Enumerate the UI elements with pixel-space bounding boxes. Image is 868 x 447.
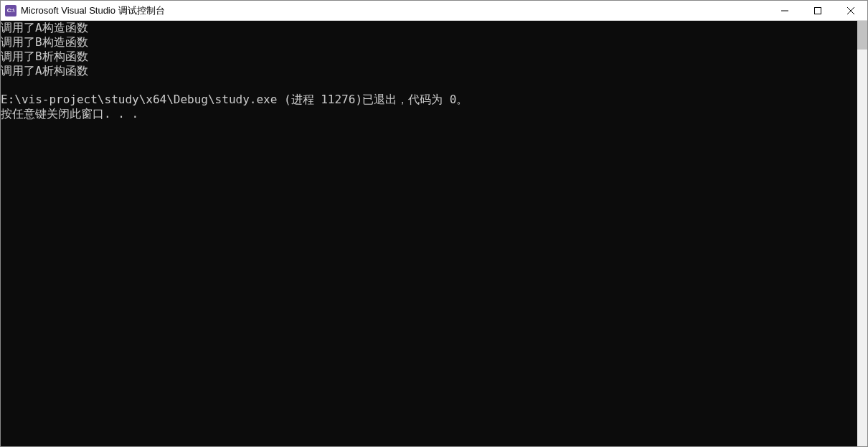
scrollbar-thumb[interactable] — [857, 21, 867, 50]
console-line: 按任意键关闭此窗口. . . — [1, 107, 857, 121]
minimize-button[interactable] — [768, 1, 801, 20]
scrollbar[interactable] — [857, 21, 867, 446]
titlebar[interactable]: C:\ Microsoft Visual Studio 调试控制台 — [1, 1, 867, 21]
console-line: E:\vis-project\study\x64\Debug\study.exe… — [1, 93, 857, 107]
minimize-icon — [781, 7, 788, 14]
window-title: Microsoft Visual Studio 调试控制台 — [21, 4, 768, 17]
console-line — [1, 78, 857, 93]
app-icon: C:\ — [5, 5, 16, 17]
app-icon-text: C:\ — [7, 7, 15, 14]
console-window: C:\ Microsoft Visual Studio 调试控制台 调用了A构造… — [0, 0, 868, 447]
console-line: 调用了B析构函数 — [1, 50, 857, 64]
console-line: 调用了A析构函数 — [1, 64, 857, 78]
maximize-icon — [814, 7, 821, 14]
console-area: 调用了A构造函数调用了B构造函数调用了B析构函数调用了A析构函数E:\vis-p… — [1, 21, 867, 446]
svg-rect-1 — [815, 7, 821, 14]
window-controls — [768, 1, 867, 20]
console-output[interactable]: 调用了A构造函数调用了B构造函数调用了B析构函数调用了A析构函数E:\vis-p… — [1, 21, 857, 446]
maximize-button[interactable] — [801, 1, 834, 20]
console-line: 调用了A构造函数 — [1, 21, 857, 35]
console-line: 调用了B构造函数 — [1, 35, 857, 50]
close-button[interactable] — [834, 1, 867, 20]
close-icon — [847, 7, 854, 14]
